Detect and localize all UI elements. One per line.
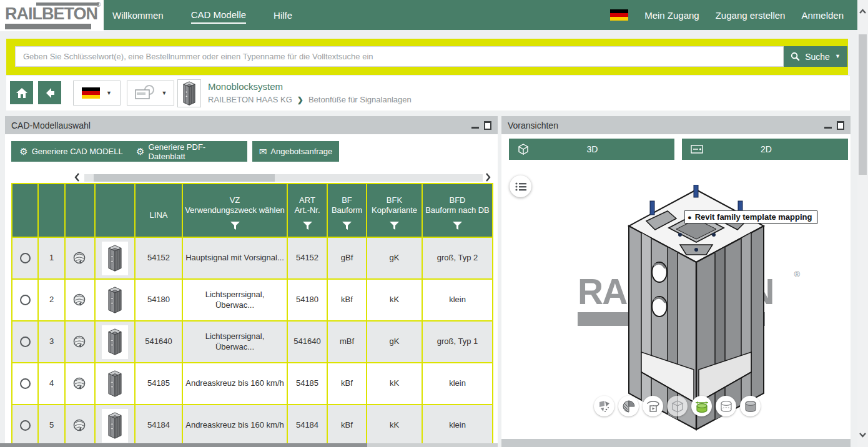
view-2d-button[interactable]: 2D (682, 139, 848, 160)
back-button[interactable] (38, 81, 61, 104)
cell-bf: kBf (328, 363, 366, 404)
top-header-bar: RAILBETON ® Willkommen CAD Modelle Hilfe… (0, 0, 857, 30)
scrollbar-thumb[interactable] (94, 174, 275, 182)
load-3d-preview-icon[interactable] (72, 251, 87, 266)
row-preview-cell (66, 238, 94, 278)
load-3d-preview-icon[interactable] (72, 376, 87, 391)
railbeton-logo[interactable]: RAILBETON ® (0, 0, 104, 31)
breadcrumb-category[interactable]: Betonfüße für Signalanlagen (308, 95, 412, 104)
main-navigation: Willkommen CAD Modelle Hilfe (112, 0, 292, 30)
table-row-select (12, 405, 37, 446)
model-thumbnail[interactable] (102, 409, 128, 443)
cell-vz: Andreaskreuz bis 160 km/h (183, 363, 287, 404)
minimize-icon[interactable] (824, 127, 832, 129)
explode-view-button[interactable] (594, 396, 614, 416)
col-header-bfk: BFKKopfvariante (367, 184, 422, 237)
view-3d-button[interactable]: 3D (509, 139, 674, 160)
nav-mein-zugang[interactable]: Mein Zugang (644, 10, 699, 21)
row-index: 4 (39, 363, 64, 404)
scroll-right-icon[interactable] (483, 172, 493, 182)
filter-icon[interactable] (230, 222, 240, 230)
search-input[interactable] (15, 46, 784, 67)
col-header-vz: VZVerwendungszweck wählen (183, 184, 287, 237)
row-radio-button[interactable] (20, 336, 31, 347)
scrollbar-thumb[interactable] (0, 443, 367, 447)
nav-anmelden[interactable]: Anmelden (801, 10, 844, 21)
chevron-down-icon: ▼ (106, 91, 112, 96)
row-index: 3 (39, 322, 64, 362)
tooltip-text: Revit family template mapping (695, 212, 812, 222)
cell-art: 54185 (288, 363, 327, 404)
load-3d-preview-icon[interactable] (72, 335, 87, 350)
cell-lina: 541640 (136, 322, 182, 362)
filter-icon[interactable] (453, 222, 462, 230)
wireframe-cylinder-icon (719, 400, 734, 413)
view-3d-label: 3D (529, 144, 656, 154)
scroll-down-icon[interactable] (859, 431, 867, 439)
nav-cad-modelle[interactable]: CAD Modelle (191, 7, 246, 24)
minimize-icon[interactable] (471, 127, 479, 129)
section-view-button[interactable] (618, 396, 639, 416)
row-radio-button[interactable] (20, 253, 31, 263)
wireframe-view-button[interactable] (716, 396, 736, 416)
quote-request-button[interactable]: ✉ Angebotsanfrage (252, 141, 339, 162)
model-thumbnail[interactable] (102, 242, 128, 275)
home-button[interactable] (10, 81, 33, 104)
search-button-label: Suche (805, 52, 830, 62)
model-thumbnail[interactable] (102, 283, 128, 317)
model-thumbnail[interactable] (102, 367, 128, 401)
cell-bfk: gK (367, 238, 422, 278)
table-horizontal-scrollbar[interactable] (84, 174, 483, 182)
section-icon (622, 400, 636, 413)
cell-art: 54184 (288, 405, 327, 446)
transparent-view-button[interactable] (667, 396, 688, 416)
search-options-caret-icon[interactable]: ▼ (835, 54, 841, 59)
filter-icon[interactable] (342, 222, 352, 230)
generate-pdf-datasheet-button[interactable]: ⚙ Generiere PDF-Datenblatt (130, 141, 247, 162)
cell-lina: 54185 (136, 363, 182, 404)
catalog-dropdown[interactable]: ▼ (127, 81, 174, 106)
logo-text: RAILBETON (5, 4, 99, 23)
generate-cad-model-button[interactable]: ⚙ Generiere CAD MODELL (11, 141, 131, 162)
table-row-select (12, 363, 37, 404)
next-panel-header-partial (501, 439, 851, 447)
breadcrumb: Monoblocksystem RAILBETON HAAS KG ❯ Beto… (208, 81, 412, 104)
col-header-thumbnail (96, 184, 134, 237)
shaded-view-button[interactable] (740, 396, 761, 416)
language-dropdown[interactable]: ▼ (73, 81, 121, 106)
generate-pdf-datasheet-label: Generiere PDF-Datenblatt (148, 142, 241, 161)
cell-art: 54180 (288, 280, 327, 320)
search-button[interactable]: Suche ▼ (784, 46, 847, 67)
product-thumbnail[interactable] (177, 79, 201, 107)
scrollbar-thumb[interactable] (859, 34, 867, 175)
view-options-list-button[interactable] (510, 175, 531, 197)
nav-hilfe[interactable]: Hilfe (274, 7, 292, 23)
filter-icon[interactable] (303, 222, 312, 230)
cell-bfk: kK (367, 363, 422, 404)
row-radio-button[interactable] (20, 420, 31, 431)
maximize-icon[interactable] (837, 121, 844, 130)
col-header-select (12, 184, 37, 237)
solid-cylinder-icon (743, 400, 758, 413)
breadcrumb-company[interactable]: RAILBETON HAAS KG (208, 95, 292, 104)
product-title[interactable]: Monoblocksystem (208, 81, 412, 92)
maximize-icon[interactable] (484, 121, 491, 130)
row-radio-button[interactable] (20, 295, 31, 305)
nav-willkommen[interactable]: Willkommen (112, 7, 164, 23)
page-vertical-scrollbar[interactable] (857, 0, 868, 447)
load-3d-preview-icon[interactable] (72, 418, 87, 433)
logo-top-bar (36, 2, 99, 6)
page-horizontal-scrollbar[interactable] (0, 443, 498, 447)
nav-zugang-erstellen[interactable]: Zugang erstellen (716, 10, 786, 21)
row-radio-button[interactable] (20, 378, 31, 389)
filter-icon[interactable] (390, 222, 399, 230)
scroll-left-icon[interactable] (72, 172, 82, 182)
right-panel-header: Voransichten (501, 116, 851, 134)
turntable-animation-button[interactable] (643, 396, 663, 416)
model-thumbnail[interactable] (102, 325, 128, 359)
scroll-up-icon[interactable] (859, 7, 867, 16)
gear-pdf-icon: ⚙ (136, 147, 144, 156)
german-flag-icon[interactable] (610, 9, 628, 21)
load-3d-preview-icon[interactable] (72, 293, 87, 308)
measure-view-button[interactable] (691, 396, 712, 416)
